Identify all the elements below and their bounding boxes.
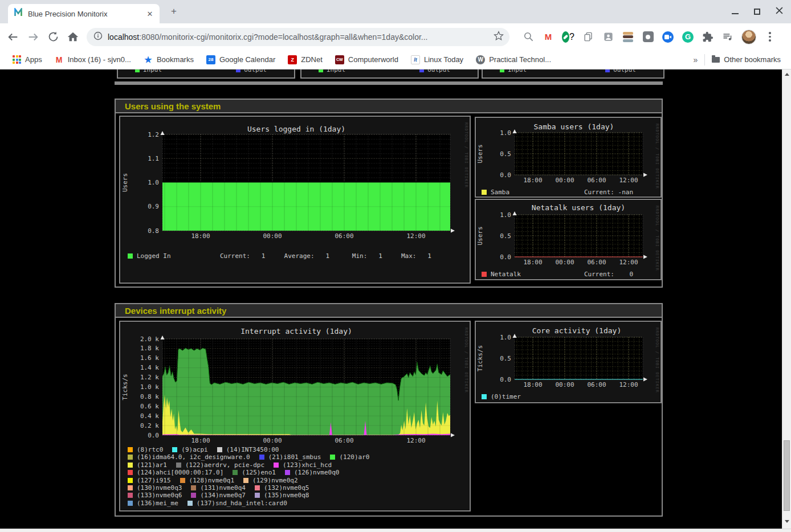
svg-text:0.5: 0.5	[500, 355, 511, 362]
bookmark-google-calendar[interactable]: 28 Google Calendar	[206, 55, 275, 64]
url-bar[interactable]: localhost:8080/monitorix-cgi/monitorix.c…	[87, 28, 509, 46]
network-graph-panel[interactable]: InputOutput	[482, 69, 664, 79]
interrupt-activity-graph[interactable]: Interrupt activity (1day)2.0 k1.8 k1.6 k…	[119, 321, 471, 511]
legend-label: Samba	[491, 189, 509, 196]
section-title: Devices interrupt activity	[116, 304, 662, 318]
output-label: Output	[427, 69, 450, 73]
samba-users-graph[interactable]: Samba users (1day)1.00.50.018:0000:0006:…	[475, 117, 662, 198]
playlist-icon[interactable]	[721, 31, 734, 43]
scrollbar-thumb[interactable]	[784, 440, 790, 511]
legend-swatch	[128, 253, 133, 259]
samba-users-chart[interactable]: Samba users (1day)1.00.50.018:0000:0006:…	[476, 118, 660, 197]
svg-text:1.0: 1.0	[148, 179, 159, 186]
interrupt-legend-item: (129)nvme0q2	[243, 477, 297, 484]
window-minimize-button[interactable]	[732, 9, 739, 14]
legend-color-swatch	[191, 485, 196, 490]
forward-icon[interactable]	[26, 30, 40, 44]
window-bottom-edge	[0, 529, 791, 532]
browser-tab[interactable]: Blue Precision Monitorix ✕	[8, 4, 160, 23]
core-activity-graph[interactable]: Core activity (1day)1.00.50.018:0000:000…	[475, 321, 662, 403]
home-icon[interactable]	[66, 30, 80, 44]
search-icon[interactable]	[522, 31, 535, 43]
output-label: Output	[244, 69, 267, 73]
svg-text:0.0: 0.0	[500, 171, 511, 179]
legend-swatch	[482, 190, 487, 195]
legend-current: Current: 0	[584, 271, 633, 278]
netatalk-users-graph[interactable]: Netatalk users (1day)1.00.50.018:0000:00…	[475, 199, 662, 280]
legend-color-swatch	[180, 478, 185, 483]
site-info-icon[interactable]	[93, 31, 103, 43]
window-maximize-button[interactable]	[754, 9, 760, 15]
back-icon[interactable]	[6, 30, 20, 44]
svg-text:1.0: 1.0	[500, 129, 511, 137]
svg-text:18:00: 18:00	[523, 177, 542, 184]
profile-avatar[interactable]	[741, 30, 756, 44]
users-logged-in-graph[interactable]: Users logged in (1day)1.21.11.00.90.818:…	[119, 116, 471, 284]
bookmark-bookmarks[interactable]: ★ Bookmarks	[144, 55, 194, 64]
interrupt-legend-item: (14)INT3450:00	[217, 446, 279, 453]
window-close-button[interactable]	[776, 6, 783, 17]
bookmark-practical-technology[interactable]: W Practical Technol...	[476, 55, 551, 64]
other-bookmarks[interactable]: Other bookmarks	[712, 55, 781, 64]
legend-color-swatch	[285, 470, 290, 475]
legend-color-swatch	[128, 478, 133, 483]
network-graph-panel[interactable]: InputOutput	[117, 69, 295, 79]
legend-color-swatch	[128, 455, 133, 460]
scroll-up-icon[interactable]	[785, 73, 789, 76]
interrupt-legend-item: (131)nvme0q4	[191, 484, 245, 492]
svg-text:00:00: 00:00	[555, 381, 574, 388]
bookmark-inbox[interactable]: M Inbox (16) - sjvn0...	[55, 55, 131, 64]
meet-camera-icon[interactable]	[662, 31, 674, 43]
google-voice-icon[interactable]: ?	[562, 31, 574, 43]
person-box-icon[interactable]	[602, 31, 614, 43]
svg-text:Core activity (1day): Core activity (1day)	[532, 326, 622, 335]
interrupt-legend-item: (127)i915	[128, 477, 171, 484]
monitorix-page: InputOutput InputOutput InputOutput User…	[0, 69, 782, 529]
bookmark-star-icon[interactable]	[494, 31, 504, 43]
output-swatch	[236, 69, 240, 72]
core-activity-chart[interactable]: Core activity (1day)1.00.50.018:0000:000…	[476, 322, 660, 402]
svg-text:18:00: 18:00	[523, 259, 542, 266]
netatalk-users-chart[interactable]: Netatalk users (1day)1.00.50.018:0000:00…	[476, 200, 660, 279]
svg-text:06:00: 06:00	[587, 177, 606, 184]
legend-color-swatch	[217, 447, 222, 452]
url-text[interactable]: localhost:8080/monitorix-cgi/monitorix.c…	[108, 32, 494, 42]
apps-shortcut[interactable]: Apps	[13, 55, 42, 64]
scroll-down-icon[interactable]	[785, 520, 789, 523]
svg-text:Ticks/s: Ticks/s	[121, 374, 129, 400]
copy-pages-icon[interactable]	[582, 31, 594, 43]
svg-text:12:00: 12:00	[619, 177, 638, 184]
linux-today-icon: lt	[411, 55, 420, 64]
legend-swatch	[482, 272, 487, 277]
folder-icon	[712, 57, 720, 63]
svg-text:12:00: 12:00	[406, 232, 425, 240]
bookmark-computerworld[interactable]: CW Computerworld	[335, 55, 398, 64]
legend-label: (0)timer	[491, 393, 521, 400]
svg-text:0.8 k: 0.8 k	[140, 393, 159, 400]
reload-icon[interactable]	[46, 30, 60, 44]
legend-color-swatch	[128, 501, 133, 506]
gmail-extension-icon[interactable]: M	[542, 31, 554, 43]
zdnet-icon: Z	[288, 55, 297, 64]
svg-text:1.2: 1.2	[148, 131, 159, 138]
network-graph-panel[interactable]: InputOutput	[300, 69, 479, 79]
legend-color-swatch	[233, 470, 238, 475]
bookmark-linux-today[interactable]: lt Linux Today	[411, 55, 463, 64]
lamp-icon[interactable]	[642, 31, 654, 43]
svg-text:1.1: 1.1	[148, 155, 159, 162]
extensions-puzzle-icon[interactable]	[702, 31, 714, 43]
svg-text:12:00: 12:00	[619, 259, 638, 266]
new-tab-button[interactable]: +	[169, 7, 179, 17]
bookmark-zdnet[interactable]: Z ZDNet	[288, 55, 323, 64]
legend-color-swatch	[128, 493, 133, 498]
interrupt-legend-item: (134)nvme0q7	[191, 492, 245, 499]
gmail-icon: M	[55, 55, 64, 64]
tab-close-icon[interactable]: ✕	[145, 9, 155, 19]
browser-toolbar: localhost:8080/monitorix-cgi/monitorix.c…	[0, 23, 791, 50]
bookmarks-overflow-icon[interactable]: »	[694, 55, 698, 64]
chrome-menu-icon[interactable]	[764, 31, 776, 43]
interrupt-legend-item: (124)ahci[0000:00:17.0]	[128, 469, 223, 476]
stack-icon[interactable]	[622, 31, 634, 43]
vertical-scrollbar[interactable]	[782, 69, 791, 529]
grammarly-icon[interactable]: G	[682, 31, 694, 43]
